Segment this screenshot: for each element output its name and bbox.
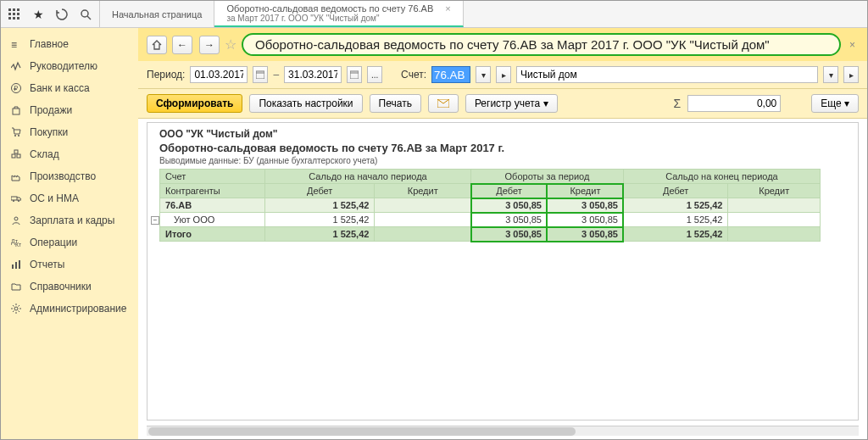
svg-rect-26 <box>15 262 17 269</box>
svg-point-15 <box>18 135 19 136</box>
report-title: Оборотно-сальдовая ведомость по счету 76… <box>159 142 846 154</box>
register-button[interactable]: Регистр учета ▾ <box>465 94 558 113</box>
sidebar-item-manager[interactable]: Руководителю <box>1 55 138 77</box>
calendar-icon[interactable] <box>347 66 362 83</box>
sidebar-item-reports[interactable]: Отчеты <box>1 253 138 276</box>
col-turnover: Обороты за период <box>471 170 624 184</box>
tab-label: Начальная страница <box>112 9 202 19</box>
history-icon[interactable] <box>55 8 69 21</box>
form-button[interactable]: Сформировать <box>147 94 242 113</box>
sidebar-item-ops[interactable]: ДтКтОперации <box>1 231 138 253</box>
org-input[interactable] <box>516 66 818 83</box>
svg-rect-18 <box>14 150 18 153</box>
tab-label: Оборотно-сальдовая ведомость по счету 76… <box>226 3 433 14</box>
svg-rect-7 <box>13 17 15 19</box>
sidebar-item-bank[interactable]: ₽Банк и касса <box>1 77 138 99</box>
svg-rect-6 <box>8 17 11 19</box>
date-to-input[interactable] <box>284 66 342 83</box>
svg-rect-0 <box>8 8 11 11</box>
sidebar-item-dicts[interactable]: Справочники <box>1 276 138 298</box>
print-button[interactable]: Печать <box>370 94 421 113</box>
sidebar-item-assets[interactable]: ОС и НМА <box>1 187 138 209</box>
factory-icon <box>11 171 21 181</box>
ops-icon: ДтКт <box>11 237 21 248</box>
close-icon[interactable]: × <box>846 39 859 51</box>
page-title: Оборотно-сальдовая ведомость по счету 76… <box>242 33 841 56</box>
search-icon[interactable] <box>79 8 92 21</box>
mail-button[interactable] <box>428 94 459 113</box>
star-icon[interactable]: ★ <box>31 8 45 21</box>
chart-icon <box>11 259 21 270</box>
gear-icon <box>11 304 21 314</box>
period-label: Период: <box>147 69 185 81</box>
svg-text:Кт: Кт <box>15 242 21 248</box>
svg-point-28 <box>14 307 18 310</box>
sidebar-item-hr[interactable]: Зарплата и кадры <box>1 209 138 231</box>
sum-input[interactable] <box>687 95 781 112</box>
truck-icon <box>11 193 21 203</box>
favorite-icon[interactable]: ☆ <box>225 36 236 53</box>
menu-icon: ≡ <box>11 39 21 49</box>
table-row: Уют ООО 1 525,42 3 050,85 3 050,85 1 525… <box>160 213 821 227</box>
svg-rect-29 <box>256 71 264 79</box>
svg-point-21 <box>18 200 19 202</box>
sidebar-item-sales[interactable]: Продажи <box>1 99 138 121</box>
tab-close-icon[interactable]: × <box>445 3 450 23</box>
dropdown-icon[interactable]: ▾ <box>823 66 838 83</box>
bag-icon <box>11 105 21 115</box>
account-input[interactable] <box>431 66 470 83</box>
table-row: 76.АВ 1 525,42 3 050,85 3 050,85 1 525,4… <box>160 198 821 213</box>
apps-icon[interactable] <box>8 8 21 21</box>
open-icon[interactable]: ▸ <box>496 66 511 83</box>
dropdown-icon[interactable]: ▾ <box>476 66 491 83</box>
svg-rect-2 <box>17 8 19 11</box>
collapse-icon[interactable]: − <box>151 216 159 225</box>
svg-rect-8 <box>17 17 19 19</box>
pulse-icon <box>11 61 21 71</box>
sidebar-item-admin[interactable]: Администрирование <box>1 298 138 320</box>
svg-rect-5 <box>17 13 19 15</box>
period-picker-button[interactable]: ... <box>367 66 382 83</box>
svg-rect-16 <box>12 154 15 158</box>
sidebar-item-stock[interactable]: Склад <box>1 143 138 165</box>
horizontal-scrollbar[interactable] <box>147 426 859 436</box>
folder-icon <box>11 281 21 292</box>
svg-rect-13 <box>13 109 19 114</box>
sidebar-item-main[interactable]: ≡Главное <box>1 33 138 55</box>
home-button[interactable] <box>147 36 167 54</box>
more-button[interactable]: Еще ▾ <box>811 94 859 113</box>
settings-button[interactable]: Показать настройки <box>249 94 362 113</box>
svg-point-22 <box>14 217 18 220</box>
calendar-icon[interactable] <box>253 66 268 83</box>
sidebar-item-purchases[interactable]: Покупки <box>1 121 138 143</box>
cart-icon <box>11 127 21 137</box>
svg-rect-17 <box>17 154 20 158</box>
report-subtitle: Выводимые данные: БУ (данные бухгалтерск… <box>159 156 846 165</box>
boxes-icon <box>11 149 21 159</box>
person-icon <box>11 215 21 226</box>
col-opening: Сальдо на начало периода <box>265 170 471 184</box>
sidebar: ≡Главное Руководителю ₽Банк и касса Прод… <box>1 28 138 439</box>
report-org: ООО "УК "Чистый дом" <box>159 128 846 140</box>
sidebar-item-production[interactable]: Производство <box>1 165 138 187</box>
tab-sublabel: за Март 2017 г. ООО "УК "Чистый дом" <box>226 14 433 23</box>
account-label: Счет: <box>401 69 426 81</box>
sigma-icon: Σ <box>674 97 682 110</box>
report-table: Счет Сальдо на начало периода Обороты за… <box>159 169 821 242</box>
col-account: Счет <box>160 170 265 184</box>
svg-rect-25 <box>12 265 14 269</box>
open-icon[interactable]: ▸ <box>843 66 859 83</box>
tab-report[interactable]: Оборотно-сальдовая ведомость по счету 76… <box>214 1 463 27</box>
tab-start[interactable]: Начальная страница <box>100 1 214 27</box>
back-button[interactable]: ← <box>172 36 192 54</box>
svg-text:₽: ₽ <box>14 85 18 92</box>
svg-rect-31 <box>350 71 359 79</box>
svg-rect-27 <box>19 260 20 269</box>
ruble-icon: ₽ <box>11 83 21 93</box>
table-row-total: Итого 1 525,42 3 050,85 3 050,85 1 525,4… <box>160 227 821 242</box>
svg-rect-4 <box>13 13 15 15</box>
forward-button[interactable]: → <box>199 36 220 54</box>
col-closing: Сальдо на конец периода <box>623 170 820 184</box>
svg-rect-19 <box>11 197 17 200</box>
date-from-input[interactable] <box>190 66 248 83</box>
